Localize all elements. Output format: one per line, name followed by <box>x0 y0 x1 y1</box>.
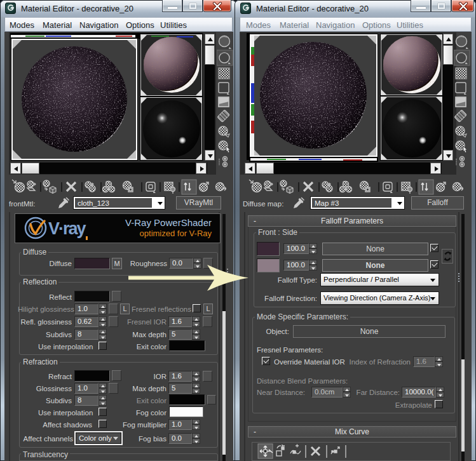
svg-text:V·ray: V·ray <box>48 219 86 238</box>
